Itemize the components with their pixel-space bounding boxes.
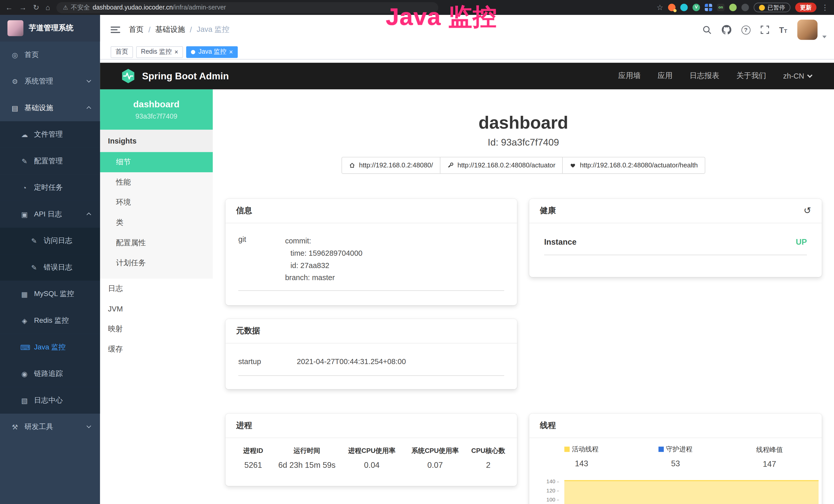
breadcrumb-infra[interactable]: 基础设施 <box>155 25 185 35</box>
bookmark-star-icon[interactable]: ☆ <box>657 4 663 11</box>
item-label: Redis 监控 <box>34 316 69 325</box>
extension-grid-icon[interactable] <box>705 4 712 11</box>
sidebar-item-home[interactable]: ◎ 首页 <box>0 42 100 68</box>
process-table: 进程ID5261 运行时间6d 23h 15m 59s 进程CPU使用率0.04… <box>225 438 517 469</box>
sba-menu-details[interactable]: 细节 <box>100 152 213 172</box>
sidebar-item-error-log[interactable]: ✎ 错误日志 <box>0 254 100 281</box>
item-label: 链路追踪 <box>34 369 63 379</box>
tab-redis-monitor[interactable]: Redis 监控 × <box>136 46 183 58</box>
address-bar[interactable]: ⚠ 不安全 dashboard.yudao.iocoder.cn/infra/a… <box>57 2 438 13</box>
reload-icon[interactable]: ↻ <box>33 4 39 11</box>
divider <box>238 290 504 291</box>
sba-nav-applications[interactable]: 应用 <box>658 71 673 81</box>
instance-id: 93a3fc7f7409 <box>135 112 177 120</box>
sba-menu-classes[interactable]: 类 <box>100 212 213 233</box>
tab-java-monitor[interactable]: Java 监控 × <box>186 46 238 58</box>
breadcrumb-home[interactable]: 首页 <box>129 25 144 35</box>
extension-fox-icon[interactable] <box>668 4 676 11</box>
legend-label: 线程峰值 <box>756 445 783 455</box>
item-label: 研发工具 <box>24 422 53 432</box>
extension-leaf-icon[interactable] <box>729 4 737 11</box>
tab-label: 首页 <box>115 47 128 56</box>
help-icon[interactable]: ? <box>741 25 750 34</box>
sba-instance-header[interactable]: dashboard 93a3fc7f7409 <box>100 89 213 130</box>
monitor-icon: ⌨ <box>20 343 29 351</box>
sidebar-item-file[interactable]: ☁ 文件管理 <box>0 121 100 148</box>
health-instance-row[interactable]: Instance UP <box>544 237 807 255</box>
sba-menu-jvm[interactable]: JVM <box>100 299 213 319</box>
sba-locale-select[interactable]: zh-CN <box>783 72 812 81</box>
health-url-button[interactable]: http://192.168.0.2:48080/actuator/health <box>562 157 705 174</box>
sba-menu-caches[interactable]: 缓存 <box>100 339 213 360</box>
chevron-down-icon <box>807 72 812 77</box>
sba-menu-group: 细节 性能 环境 类 配置属性 计划任务 <box>100 152 213 279</box>
active-threads-value: 143 <box>534 459 629 468</box>
locale-label: zh-CN <box>783 72 804 81</box>
sba-menu-metrics[interactable]: 性能 <box>100 172 213 192</box>
sba-sidebar: dashboard 93a3fc7f7409 Insights 细节 性能 环境… <box>100 89 213 504</box>
instance-url-button[interactable]: http://192.168.0.2:48080/ <box>342 157 440 174</box>
threads-legend: 活动线程 143 守护进程 53 线程峰值 147 <box>529 438 822 468</box>
github-icon[interactable] <box>722 25 731 35</box>
extension-drop-icon[interactable] <box>680 4 688 11</box>
git-id-line: id: 27aa832 <box>290 259 363 272</box>
doc-icon: ✎ <box>30 237 38 245</box>
actuator-url-button[interactable]: http://192.168.0.2:48080/actuator <box>440 157 563 174</box>
sidebar-item-system[interactable]: ⚙ 系统管理 <box>0 68 100 95</box>
sidebar-item-java-monitor[interactable]: ⌨ Java 监控 <box>0 334 100 361</box>
sidebar-item-config[interactable]: ✎ 配置管理 <box>0 148 100 175</box>
paused-badge[interactable]: 已暂停 <box>753 3 790 12</box>
security-label[interactable]: 不安全 <box>71 3 90 12</box>
extension-on-icon[interactable]: on <box>717 4 724 11</box>
sba-menu-configprops[interactable]: 配置属性 <box>100 233 213 253</box>
url-text[interactable]: dashboard.yudao.iocoder.cn/infra/admin-s… <box>92 4 226 11</box>
sidebar-item-redis[interactable]: ◈ Redis 监控 <box>0 307 100 334</box>
user-avatar[interactable] <box>797 20 817 40</box>
sidebar-item-mysql[interactable]: ▦ MySQL 监控 <box>0 281 100 307</box>
metadata-row: startup 2021-04-27T00:44:31.254+08:00 <box>238 358 504 376</box>
sba-menu-environment[interactable]: 环境 <box>100 192 213 213</box>
sba-nav-wallboard[interactable]: 应用墙 <box>618 71 641 81</box>
close-icon[interactable]: × <box>174 48 178 55</box>
sba-nav-journal[interactable]: 日志报表 <box>689 71 719 81</box>
font-size-icon[interactable]: TT <box>779 25 787 34</box>
tools-icon: ⚒ <box>10 423 19 431</box>
sba-menu-logs[interactable]: 日志 <box>100 279 213 299</box>
y-axis-tick: 100 <box>534 497 559 502</box>
tab-home[interactable]: 首页 <box>111 46 133 58</box>
sidebar-item-infra[interactable]: ▤ 基础设施 <box>0 95 100 121</box>
sidebar-item-job[interactable]: ◔ 定时任务 <box>0 174 100 201</box>
warning-icon: ⚠ <box>63 4 68 11</box>
sba-menu-scheduledtasks[interactable]: 计划任务 <box>100 253 213 273</box>
fullscreen-icon[interactable] <box>761 25 769 34</box>
screen: ← → ↻ ⌂ ⚠ 不安全 dashboard.yudao.iocoder.cn… <box>0 0 834 504</box>
active-threads-swatch <box>565 446 570 452</box>
sidebar-item-devtools[interactable]: ⚒ 研发工具 <box>0 414 100 440</box>
search-icon[interactable] <box>702 25 711 34</box>
browser-menu-icon[interactable]: ⋮ <box>821 4 829 11</box>
sidebar-toggle-icon[interactable] <box>111 25 120 35</box>
sidebar-item-log-center[interactable]: ▧ 日志中心 <box>0 387 100 414</box>
sidebar-item-access-log[interactable]: ✎ 访问日志 <box>0 228 100 254</box>
log-center-icon: ▧ <box>20 396 29 404</box>
sba-nav-about[interactable]: 关于我们 <box>737 71 766 81</box>
item-label: 错误日志 <box>44 263 72 272</box>
extension-dark-icon[interactable] <box>742 4 749 11</box>
sba-navbar: Spring Boot Admin 应用墙 应用 日志报表 关于我们 zh-CN <box>100 63 834 89</box>
forward-icon[interactable]: → <box>19 4 27 11</box>
process-header: 运行时间 <box>275 446 339 456</box>
item-label: API 日志 <box>34 209 62 219</box>
extension-vue-icon[interactable]: V <box>693 4 700 11</box>
sidebar-item-api-log[interactable]: ▣ API 日志 <box>0 201 100 228</box>
sba-brand[interactable]: Spring Boot Admin <box>120 68 229 84</box>
back-icon[interactable]: ← <box>5 4 13 11</box>
update-button[interactable]: 更新 <box>795 3 816 12</box>
logo-row[interactable]: 芋道管理系统 <box>0 15 100 42</box>
close-icon[interactable]: × <box>229 48 233 55</box>
threads-card-title: 线程 <box>540 420 556 431</box>
sba-menu-mappings[interactable]: 映射 <box>100 319 213 339</box>
sidebar-item-tracing[interactable]: ◉ 链路追踪 <box>0 361 100 387</box>
history-icon[interactable]: ↺ <box>804 205 811 216</box>
home-icon[interactable]: ⌂ <box>46 4 50 11</box>
top-navbar: 首页 / 基础设施 / Java 监控 ? TT <box>100 15 834 45</box>
